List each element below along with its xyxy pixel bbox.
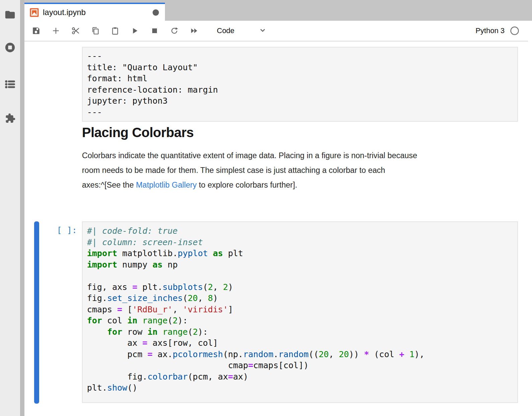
code-line [87, 270, 512, 282]
raw-line: format: html [87, 73, 512, 84]
code-line: import numpy as np [87, 259, 512, 271]
paste-cell-button[interactable] [110, 26, 120, 36]
code-line: fig.colorbar(pcm, ax=ax) [87, 371, 512, 383]
activity-sidebar [0, 0, 20, 416]
notebook-panel: ---title: "Quarto Layout"format: htmlref… [24, 41, 528, 416]
code-line: #| column: screen-inset [87, 237, 512, 248]
cell-execution-prompt: [ ]: [24, 225, 77, 235]
notebook-icon [30, 8, 39, 17]
raw-line: --- [87, 50, 512, 62]
folder-icon [4, 9, 16, 20]
tab-bar: layout.ipynb [24, 0, 532, 21]
tab-title: layout.ipynb [43, 8, 86, 17]
play-icon [130, 26, 139, 35]
clipboard-icon [111, 26, 119, 35]
insert-cell-button[interactable] [51, 26, 61, 36]
code-line: fig, axs = plt.subplots(2, 2) [87, 282, 512, 293]
raw-line: title: "Quarto Layout" [87, 62, 512, 73]
matplotlib-gallery-link[interactable]: Matplotlib Gallery [136, 181, 197, 189]
active-cell-indicator-bar[interactable] [34, 221, 39, 404]
cell-type-value: Code [217, 26, 235, 35]
stop-circle-icon [4, 42, 16, 53]
sidebar-item-running-kernels[interactable] [3, 41, 17, 54]
interrupt-kernel-button[interactable] [150, 26, 160, 36]
sidebar-divider[interactable] [20, 0, 24, 416]
code-line: #| code-fold: true [87, 225, 512, 237]
cut-cell-button[interactable] [71, 26, 81, 36]
markdown-paragraph: Colorbars indicate the quantitative exte… [82, 148, 520, 192]
code-line: pcm = ax.pcolormesh(np.random.random((20… [87, 349, 512, 360]
raw-line: reference-location: margin [87, 84, 512, 96]
code-line: for row in range(2): [87, 326, 512, 338]
list-icon [4, 79, 16, 90]
paragraph-line2: room needs to be made for them. The simp… [82, 166, 385, 175]
stop-icon [150, 26, 159, 35]
run-cell-button[interactable] [130, 26, 140, 36]
copy-icon [91, 26, 100, 35]
notebook-toolbar: Code Python 3 [24, 21, 528, 41]
restart-run-all-button[interactable] [189, 26, 199, 36]
code-line: import matplotlib.pyplot as plt [87, 248, 512, 259]
code-line: cmap=cmaps[col]) [87, 360, 512, 371]
code-line: plt.show() [87, 382, 512, 394]
fast-forward-icon [190, 26, 198, 35]
code-line: fig.set_size_inches(20, 8) [87, 293, 512, 304]
raw-line: jupyter: python3 [87, 95, 512, 107]
copy-cell-button[interactable] [90, 26, 100, 36]
unsaved-changes-dot[interactable] [153, 9, 159, 16]
paragraph-line1: Colorbars indicate the quantitative exte… [82, 151, 417, 160]
raw-line: --- [87, 107, 512, 118]
raw-cell-editor[interactable]: ---title: "Quarto Layout"format: htmlref… [82, 47, 518, 122]
code-line: ax = axs[row, col] [87, 337, 512, 349]
cell-type-dropdown[interactable]: Code [217, 26, 267, 35]
markdown-cell[interactable]: Placing Colorbars Colorbars indicate the… [82, 125, 520, 192]
scissors-icon [71, 26, 80, 35]
markdown-heading: Placing Colorbars [82, 125, 520, 140]
code-line: cmaps = ['RdBu_r', 'viridis'] [87, 304, 512, 315]
puzzle-icon [4, 113, 16, 124]
save-button[interactable] [31, 26, 41, 36]
sidebar-item-file-browser[interactable] [3, 8, 17, 21]
restart-kernel-button[interactable] [169, 26, 179, 36]
chevron-down-icon [259, 26, 267, 35]
sidebar-item-table-of-contents[interactable] [3, 78, 17, 91]
kernel-indicator[interactable]: Python 3 [475, 26, 519, 35]
plus-icon [52, 26, 60, 35]
kernel-name: Python 3 [475, 26, 505, 35]
tab-layout-ipynb[interactable]: layout.ipynb [24, 3, 165, 21]
paragraph-line3-pre: axes:^[See the [82, 181, 136, 189]
sidebar-item-extension-manager[interactable] [3, 112, 17, 125]
refresh-icon [170, 26, 179, 35]
code-cell-editor[interactable]: #| code-fold: true#| column: screen-inse… [82, 221, 518, 403]
code-line: for col in range(2): [87, 315, 512, 326]
kernel-idle-circle-icon [510, 26, 519, 35]
save-icon [32, 26, 40, 35]
paragraph-line3-post: to explore colorbars further]. [197, 181, 297, 189]
